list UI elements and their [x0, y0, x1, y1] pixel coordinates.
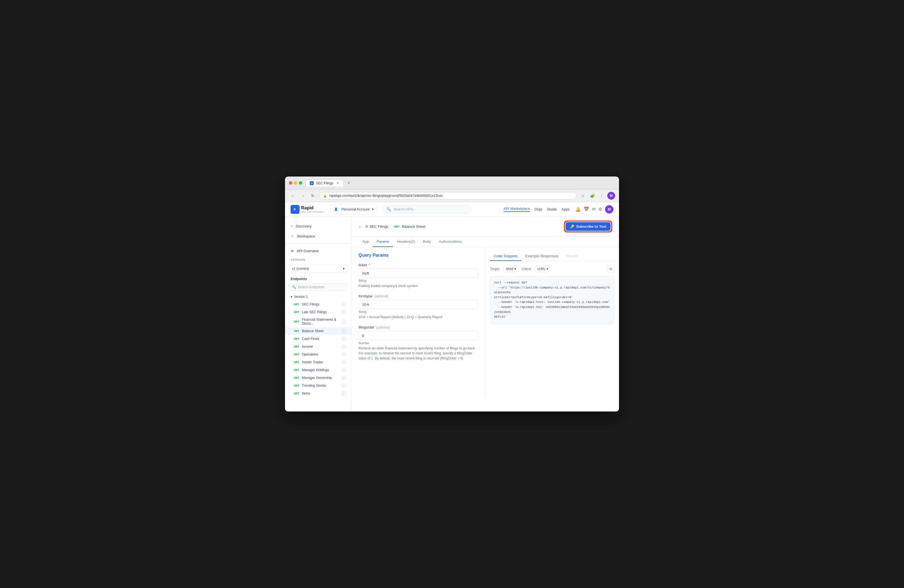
endpoint-search-placeholder: Search Endpoints [298, 285, 324, 289]
address-bar[interactable]: 🔒 rapidapi.com/last10k/api/sec-filings/p… [319, 192, 577, 199]
code-panel: Code Snippets Example Responses Results … [485, 247, 619, 398]
client-dropdown-icon: ▾ [547, 267, 548, 271]
calendar-icon[interactable]: 📅 [584, 207, 589, 212]
info-icon[interactable]: i [341, 391, 346, 396]
info-icon[interactable]: i [342, 319, 346, 324]
endpoint-balance-sheet[interactable]: GET Balance Sheet i [285, 327, 351, 335]
nav-item-studio[interactable]: Studio [547, 207, 557, 211]
rapid-logo[interactable]: R Rapid Now part of Rakuten [291, 205, 324, 214]
breadcrumb-api[interactable]: ≋ SEC Filings [365, 224, 388, 229]
browser-user-avatar[interactable]: M [607, 192, 615, 200]
code-tab-responses[interactable]: Example Responses [521, 252, 562, 261]
main-layout: ○ Discovery ☆ Workspace ≋ API Overview V… [285, 217, 619, 411]
maximize-button[interactable] [299, 181, 302, 185]
endpoint-label: Items [302, 392, 310, 395]
extensions-icon[interactable]: 🧩 [588, 192, 596, 200]
endpoint-label: Financial Statements & Disclo... [302, 318, 342, 326]
new-tab-button[interactable]: + [345, 179, 352, 187]
endpoint-items[interactable]: GET Items i [285, 389, 351, 397]
back-button[interactable]: ← [289, 192, 297, 200]
info-icon[interactable]: i [341, 329, 346, 333]
info-icon[interactable]: i [341, 376, 346, 380]
method-badge: GET [293, 310, 300, 314]
address-lock-icon: 🔒 [323, 194, 327, 198]
user-avatar[interactable]: M [605, 205, 613, 213]
endpoint-income[interactable]: GET Income i [285, 343, 351, 351]
nav-item-marketplace[interactable]: API Marketplace [504, 207, 530, 212]
code-panel-tabs: Code Snippets Example Responses Results [490, 252, 615, 261]
ticker-input[interactable] [359, 269, 479, 278]
tab-headers[interactable]: Headers(2) [393, 237, 419, 247]
target-select[interactable]: Shell ▾ [504, 266, 519, 272]
info-icon[interactable]: i [341, 360, 346, 364]
nav-item-orgs[interactable]: Orgs [534, 207, 542, 211]
filingorder-input[interactable] [359, 331, 479, 340]
header-nav: API Marketplace Orgs Studio Apps [504, 207, 570, 212]
mail-icon[interactable]: ✉ [592, 207, 596, 212]
breadcrumb-sep: › [362, 224, 363, 229]
account-avatar: 👤 [333, 206, 339, 213]
workspace-icon: ☆ [291, 234, 294, 238]
copy-button[interactable]: ⧉ [607, 265, 615, 273]
menu-icon[interactable]: ⋮ [598, 192, 605, 200]
search-bar[interactable]: 🔍 Search APIs [382, 205, 471, 213]
endpoint-label: Trending Stocks [302, 384, 326, 387]
endpoint-manager-ownership[interactable]: GET Manager Ownership i [285, 374, 351, 382]
info-icon[interactable]: i [341, 352, 346, 357]
endpoint-insider-trades[interactable]: GET Insider Trades i [285, 358, 351, 366]
endpoint-late-sec-filings[interactable]: GET Late SEC Filings i [285, 308, 351, 316]
refresh-button[interactable]: ↻ [309, 192, 317, 200]
svg-text:R: R [294, 208, 296, 211]
endpoint-cash-flows[interactable]: GET Cash Flows i [285, 335, 351, 343]
version-selector[interactable]: v1 (current) ▾ [289, 265, 348, 273]
endpoint-search-icon: 🔍 [292, 285, 296, 289]
subscribe-to-test-button[interactable]: 🔑 Subscribe to Test [566, 222, 611, 231]
settings-icon[interactable]: ⚙ [598, 207, 602, 212]
tab-favicon: Q [310, 181, 314, 185]
minimize-button[interactable] [294, 181, 297, 185]
code-tab-snippets[interactable]: Code Snippets [490, 252, 521, 261]
endpoint-label: Balance Sheet [302, 329, 324, 333]
param-ticker-label: ticker * [359, 263, 479, 267]
nav-item-apps[interactable]: Apps [561, 207, 570, 211]
target-dropdown-icon: ▾ [514, 267, 516, 271]
traffic-lights [289, 181, 302, 185]
bell-icon[interactable]: 🔔 [575, 207, 581, 212]
client-select[interactable]: cURL ▾ [535, 266, 551, 272]
sidebar-item-discovery[interactable]: ○ Discovery [285, 221, 351, 231]
rapid-logo-icon: R [291, 205, 299, 214]
method-badge: GET [293, 320, 300, 323]
home-icon[interactable]: ⌂ [359, 224, 361, 229]
tab-close-icon[interactable]: ✕ [336, 181, 340, 185]
info-icon[interactable]: i [341, 302, 346, 307]
info-icon[interactable]: i [341, 383, 346, 388]
endpoint-sec-filings[interactable]: GET SEC Filings i [285, 300, 351, 308]
endpoint-search[interactable]: 🔍 Search Endpoints [289, 283, 348, 291]
tab-app[interactable]: App [359, 237, 373, 247]
optional-text: (optional) [375, 294, 388, 298]
info-icon[interactable]: i [341, 368, 346, 372]
forward-button[interactable]: → [299, 192, 307, 200]
info-icon[interactable]: i [341, 345, 346, 349]
version-group-chevron: ▾ [291, 295, 292, 299]
account-selector[interactable]: 👤 Personal Account ▾ [330, 204, 377, 214]
endpoint-trending-stocks[interactable]: GET Trending Stocks i [285, 382, 351, 389]
sidebar-item-workspace[interactable]: ☆ Workspace [285, 231, 351, 241]
formtype-input[interactable] [359, 300, 479, 309]
endpoint-financial-statements[interactable]: GET Financial Statements & Disclo... i [285, 316, 351, 327]
browser-tab-active[interactable]: Q SEC Filings ✕ [306, 180, 344, 187]
tab-body[interactable]: Body [419, 237, 435, 247]
tab-authorizations[interactable]: Authorizations [435, 237, 466, 247]
info-icon[interactable]: i [341, 337, 346, 341]
target-label: Target: [490, 267, 500, 271]
endpoint-operations[interactable]: GET Operations i [285, 351, 351, 358]
version-group[interactable]: ▾ Version 1 [285, 293, 351, 300]
bookmark-icon[interactable]: ☆ [579, 192, 587, 200]
sidebar-discovery-label: Discovery [296, 224, 311, 228]
close-button[interactable] [289, 181, 292, 185]
sidebar-api-overview[interactable]: ≋ API Overview [285, 246, 351, 256]
tab-params[interactable]: Params [373, 237, 393, 247]
endpoint-manager-holdings[interactable]: GET Manager Holdings i [285, 366, 351, 374]
endpoint-label: Manager Holdings [302, 368, 329, 372]
info-icon[interactable]: i [341, 310, 346, 315]
